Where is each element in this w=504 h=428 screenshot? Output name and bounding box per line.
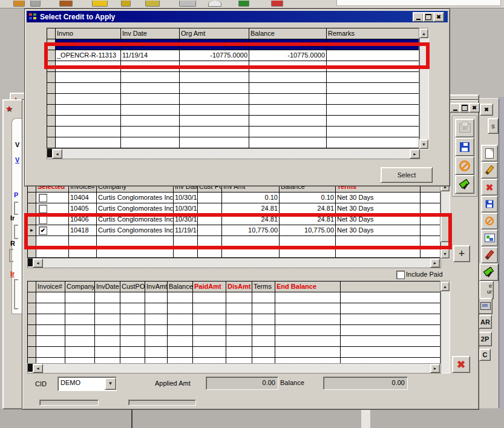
save-button[interactable] (481, 196, 498, 212)
dialog-titlebar[interactable]: Select Credit to Apply ✖ (27, 11, 448, 22)
pp-button[interactable]: 2P (478, 332, 492, 346)
select-button[interactable]: Select (381, 167, 433, 183)
ar-button[interactable]: AR (479, 315, 492, 329)
minimize-button[interactable] (413, 12, 424, 22)
table-row[interactable] (28, 325, 440, 336)
table-cell (168, 347, 193, 358)
scroll-right-button[interactable]: ► (410, 149, 420, 159)
scroll-left-button[interactable]: ◄ (33, 364, 43, 373)
cancel-button[interactable] (481, 212, 498, 229)
scroll-down-button[interactable]: ▼ (440, 249, 450, 258)
column-header-remarks[interactable]: Remarks (327, 28, 419, 39)
scroll-left-button[interactable]: ◄ (33, 258, 43, 268)
row-checkbox[interactable] (39, 194, 47, 202)
table-row[interactable] (47, 105, 419, 116)
column-header-invoice[interactable]: Invoice# (36, 281, 65, 292)
cancel-button[interactable] (455, 156, 474, 175)
column-header-orgamt[interactable]: Org Amt (180, 28, 249, 39)
column-header-balance[interactable]: Balance (168, 281, 193, 292)
toolbar-icon-fragment-4[interactable] (92, 1, 108, 7)
toolbar-icon-fragment-1[interactable] (13, 1, 25, 7)
table-row[interactable] (47, 83, 419, 94)
save-button[interactable] (455, 137, 474, 156)
delete-x-icon: ✖ (457, 360, 465, 370)
column-header-endbalance[interactable]: End Balance (275, 281, 341, 292)
toolbar-icon-fragment-3[interactable] (59, 1, 73, 7)
column-header-invdate[interactable]: Inv Date (121, 28, 180, 39)
toolbar-icon-fragment-2[interactable] (30, 1, 41, 7)
table-row[interactable] (28, 347, 440, 358)
table-cell (252, 336, 275, 347)
row-checkbox[interactable] (39, 205, 47, 213)
scroll-down-button[interactable]: ▼ (419, 139, 428, 149)
post-button[interactable] (479, 263, 499, 281)
table-row[interactable] (47, 116, 419, 127)
scroll-up-button[interactable]: ▲ (419, 28, 428, 38)
applied-table-hscrollbar[interactable]: ◄ ► (27, 363, 441, 374)
toolbar-icon-fragment-9[interactable] (238, 1, 249, 7)
table-row[interactable] (47, 127, 419, 137)
delete-applied-button[interactable]: ✖ (452, 356, 470, 373)
table-row[interactable] (28, 303, 440, 314)
column-header-invdate[interactable]: InvDate (95, 281, 120, 292)
table-cell (95, 336, 120, 347)
column-header-terms[interactable]: Terms (252, 281, 275, 292)
computer-button[interactable] (478, 298, 493, 314)
table-cell (145, 303, 168, 314)
delete-button[interactable]: ✖ (481, 179, 498, 196)
table-row[interactable] (28, 292, 440, 303)
new-document-button[interactable] (481, 145, 498, 162)
table-row[interactable] (28, 336, 440, 347)
column-header-company[interactable]: Company (65, 281, 95, 292)
invoice-table-hscrollbar[interactable]: ◄ ► (27, 258, 441, 268)
combo-dropdown-button[interactable]: ▼ (105, 378, 116, 390)
table-cell (180, 105, 249, 116)
column-header-invno[interactable]: Invno (56, 28, 121, 39)
toolbar-icon-fragment-6[interactable] (145, 1, 160, 7)
table-row[interactable] (28, 358, 440, 364)
toolbar-icon-fragment-7[interactable] (179, 1, 196, 7)
close-button[interactable]: ✖ (480, 104, 493, 116)
close-button[interactable]: ✖ (433, 12, 444, 22)
c-button[interactable]: C (479, 349, 491, 361)
toolbar-icon-fragment-5[interactable] (121, 1, 131, 7)
table-cell (226, 325, 252, 336)
table-cell (121, 116, 180, 127)
table-row[interactable] (47, 94, 419, 105)
scroll-right-button[interactable]: ► (430, 258, 440, 268)
table-row[interactable]: 10405Curtis Conglomorates Inco10/30/1424… (28, 203, 440, 214)
scroll-left-button[interactable]: ◄ (52, 149, 62, 159)
cancel-icon (459, 160, 470, 171)
print-button-disabled[interactable] (455, 119, 474, 137)
table-cell (180, 137, 249, 148)
table-cell (193, 314, 226, 325)
post-button[interactable] (455, 175, 474, 194)
cid-combobox[interactable]: DEMO ▼ (57, 377, 117, 391)
write-off-button[interactable] (481, 246, 498, 263)
table-row[interactable] (47, 137, 419, 148)
table-row[interactable]: 10404Curtis Conglomorates Inco10/30/140.… (28, 193, 440, 203)
maximize-button[interactable] (423, 12, 434, 22)
include-paid-checkbox[interactable] (396, 271, 405, 279)
toolbar-icon-fragment-8[interactable] (208, 1, 221, 7)
gavel-icon (459, 179, 470, 190)
column-header-balance[interactable]: Balance (249, 28, 327, 39)
column-header-disamt[interactable]: DisAmt (226, 281, 252, 292)
scroll-up-button[interactable]: ▲ (440, 281, 450, 291)
column-header-custpo[interactable]: CustPO (120, 281, 145, 292)
credit-table-hscrollbar[interactable]: ◄ ► (47, 148, 420, 159)
preview-button[interactable] (481, 229, 498, 246)
table-row[interactable] (47, 72, 419, 83)
edit-button[interactable] (481, 162, 498, 179)
column-header-paidamt[interactable]: PaidAmt (193, 281, 226, 292)
applied-table-vscrollbar[interactable]: ▲ (440, 281, 450, 374)
toolbar-icon-fragment-10[interactable] (271, 1, 283, 7)
table-row[interactable] (28, 314, 440, 325)
add-invoice-button[interactable]: + (453, 245, 470, 262)
custpo-cell (198, 193, 222, 203)
close-button[interactable]: ✖ (469, 103, 480, 113)
partial-button-s[interactable]: s (488, 118, 499, 134)
column-header-invamt[interactable]: InvAmt (145, 281, 168, 292)
partial-text-button[interactable]: e ur (479, 281, 494, 299)
scroll-right-button[interactable]: ► (430, 364, 440, 373)
